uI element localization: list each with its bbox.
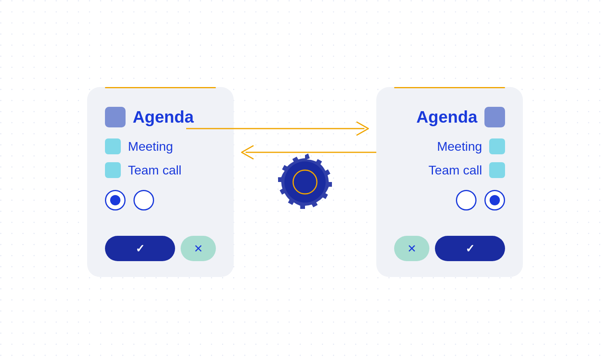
left-meeting-label: Meeting: [128, 139, 173, 154]
left-confirm-button[interactable]: ✓: [105, 236, 175, 261]
left-card-buttons: ✓ ✕: [87, 236, 234, 277]
right-agenda-icon: [484, 107, 505, 127]
right-confirm-icon: ✓: [465, 242, 475, 255]
middle-section: [234, 150, 376, 214]
gear-svg: [273, 150, 337, 214]
left-teamcall-icon: [105, 162, 121, 178]
right-cancel-icon: ✕: [407, 242, 416, 255]
left-radios: [105, 190, 216, 210]
left-meeting-icon: [105, 138, 121, 154]
left-teamcall-label: Team call: [128, 163, 181, 178]
right-card-buttons: ✓ ✕: [376, 236, 523, 277]
right-radios: [394, 190, 505, 210]
right-meeting-label: Meeting: [437, 139, 482, 154]
right-confirm-button[interactable]: ✓: [435, 236, 505, 261]
right-teamcall-row: Team call: [394, 162, 505, 178]
left-agenda-icon: [105, 107, 126, 127]
left-confirm-icon: ✓: [135, 242, 145, 255]
left-card-top-line: [105, 87, 216, 88]
svg-point-4: [284, 161, 326, 203]
right-card-title-row: Agenda: [394, 107, 505, 127]
right-card-top-line: [394, 87, 505, 88]
left-cancel-icon: ✕: [194, 242, 203, 255]
right-teamcall-label: Team call: [429, 163, 482, 178]
left-cancel-button[interactable]: ✕: [181, 236, 216, 261]
right-meeting-row: Meeting: [394, 138, 505, 154]
right-card-title: Agenda: [416, 108, 477, 127]
right-radio-1[interactable]: [456, 190, 477, 210]
right-card: Agenda Meeting Team call ✓ ✕: [376, 87, 523, 277]
gear-container: [273, 150, 337, 214]
right-teamcall-icon: [489, 162, 505, 178]
right-radio-2[interactable]: [484, 190, 505, 210]
left-radio-1[interactable]: [105, 190, 126, 210]
left-radio-2[interactable]: [133, 190, 154, 210]
main-scene: Agenda Meeting Team call ✓ ✕: [67, 87, 543, 277]
right-meeting-icon: [489, 138, 505, 154]
right-cancel-button[interactable]: ✕: [394, 236, 429, 261]
